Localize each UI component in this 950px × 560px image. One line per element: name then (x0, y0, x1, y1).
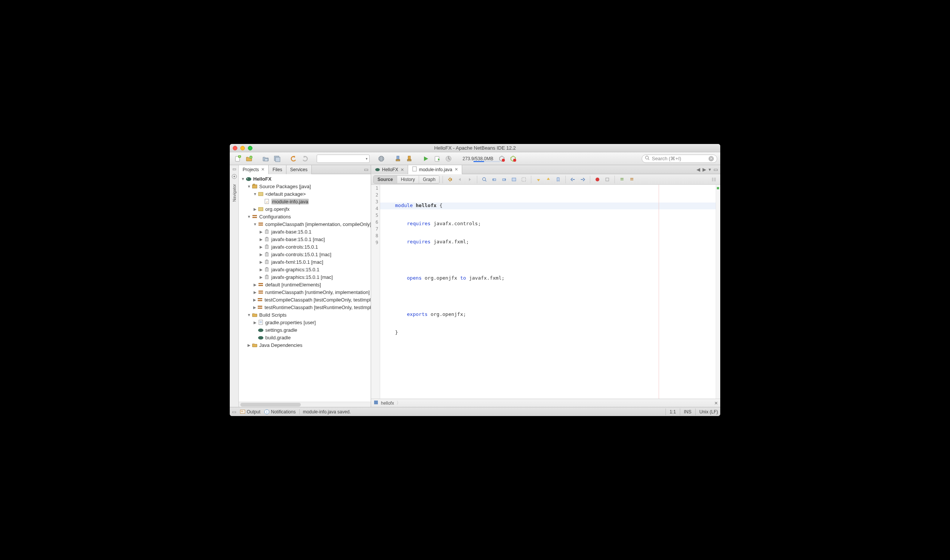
svg-rect-12 (407, 159, 411, 161)
svg-text:J: J (266, 201, 268, 203)
tab-list-dropdown-icon[interactable]: ▾ (709, 167, 711, 172)
close-tab-icon[interactable]: ✕ (455, 167, 458, 172)
toggle-rect-select-icon[interactable] (520, 175, 528, 184)
redo-button[interactable] (300, 154, 310, 164)
minimize-left-icon[interactable]: ▭ (364, 167, 368, 172)
tree-jar-5[interactable]: ▶javafx-graphics:15.0.1 (239, 266, 371, 273)
tree-java-dependencies[interactable]: ▶Java Dependencies (239, 341, 371, 349)
split-icon[interactable] (710, 175, 718, 184)
find-next-icon[interactable] (500, 175, 508, 184)
find-selection-icon[interactable] (480, 175, 489, 184)
new-file-button[interactable]: + (233, 154, 243, 164)
minimize-panel-icon[interactable]: ▭ (232, 167, 236, 172)
undo-button[interactable] (289, 154, 299, 164)
line-gutter[interactable]: 123456789 (371, 185, 380, 399)
tree-jar-1[interactable]: ▶javafx-base:15.0.1 [mac] (239, 235, 371, 243)
close-tab-icon[interactable]: ✕ (261, 167, 265, 172)
editor-tab-module-info[interactable]: module-info.java✕ (408, 165, 462, 174)
error-stripe[interactable] (716, 185, 720, 399)
maximize-editor-icon[interactable]: ▭ (713, 167, 718, 172)
open-project-button[interactable] (261, 154, 271, 164)
new-project-button[interactable]: + (244, 154, 254, 164)
tree-hscrollbar[interactable] (239, 402, 371, 407)
tree-test-runtime-classpath[interactable]: ▶testRuntimeClasspath [testRuntimeOnly, … (239, 303, 371, 311)
last-edit-icon[interactable] (446, 175, 454, 184)
scroll-tabs-right-icon[interactable]: ▶ (702, 167, 706, 172)
editor-tab-hellofx[interactable]: HelloFX✕ (371, 165, 408, 174)
editor-toolbar: Source History Graph (371, 174, 720, 185)
forward-icon[interactable] (466, 175, 474, 184)
tree-runtime-classpath[interactable]: ▶runtimeClasspath [runtimeOnly, implemen… (239, 288, 371, 296)
run-button[interactable] (421, 154, 431, 164)
save-all-button[interactable] (272, 154, 282, 164)
tree-jar-0[interactable]: ▶javafx-base:15.0.1 (239, 228, 371, 235)
navigator-rail-label[interactable]: Navigator (232, 184, 237, 202)
editor-tab-module-info-label: module-info.java (419, 167, 452, 172)
global-search[interactable]: Search (⌘+I) ✕ (642, 155, 717, 163)
tree-settings-gradle[interactable]: settings.gradle (239, 326, 371, 334)
svg-rect-25 (258, 192, 263, 196)
profiler-icon[interactable] (508, 154, 518, 164)
macro-record-icon[interactable] (593, 175, 602, 184)
breadcrumb-item[interactable]: hellofx (381, 401, 394, 406)
scroll-tabs-left-icon[interactable]: ◀ (696, 167, 700, 172)
pause-gc-icon[interactable] (497, 154, 507, 164)
tab-projects[interactable]: Projects✕ (239, 165, 269, 174)
tree-build-scripts[interactable]: ▼Build Scripts (239, 311, 371, 319)
build-button[interactable] (393, 154, 403, 164)
tree-default-runtime[interactable]: ▶default [runtimeElements] (239, 281, 371, 288)
macro-stop-icon[interactable] (603, 175, 611, 184)
config-dropdown[interactable] (317, 155, 370, 163)
output-button[interactable]: Output (240, 409, 260, 415)
tree-jar-2[interactable]: ▶javafx-controls:15.0.1 (239, 243, 371, 251)
prev-bookmark-icon[interactable] (534, 175, 543, 184)
tree-org-openjfx[interactable]: ▶org.openjfx (239, 205, 371, 213)
tree-build-gradle[interactable]: build.gradle (239, 334, 371, 341)
toggle-highlight-icon[interactable] (510, 175, 518, 184)
code-editor[interactable]: module hellofx { requires javafx.control… (380, 185, 716, 399)
tree-configurations[interactable]: ▼Configurations (239, 213, 371, 220)
breadcrumb-close-icon[interactable]: ✕ (714, 401, 718, 406)
tree-jar-3[interactable]: ▶javafx-controls:15.0.1 [mac] (239, 251, 371, 258)
tree-default-package[interactable]: ▼<default package> (239, 190, 371, 198)
tree-compile-classpath[interactable]: ▼compileClasspath [implementation, compi… (239, 220, 371, 228)
debug-button[interactable] (432, 154, 442, 164)
tree-source-packages[interactable]: ▼Source Packages [java] (239, 183, 371, 190)
tab-services[interactable]: Services (286, 165, 312, 174)
memory-indicator[interactable]: 273.9/538.0MB (460, 156, 495, 161)
notifications-button[interactable]: i Notifications (264, 409, 296, 415)
tab-files[interactable]: Files (269, 165, 286, 174)
expand-panel-icon[interactable]: ▭ (232, 409, 236, 415)
tree-gradle-properties[interactable]: ▶gradle.properties [user] (239, 319, 371, 326)
view-graph-button[interactable]: Graph (419, 176, 439, 183)
tree-jar-4[interactable]: ▶javafx-fxml:15.0.1 [mac] (239, 258, 371, 266)
toggle-bookmark-icon[interactable] (554, 175, 562, 184)
insert-mode[interactable]: INS (684, 409, 692, 415)
tree-project[interactable]: ▼HelloFX (239, 175, 371, 183)
find-prev-icon[interactable] (490, 175, 498, 184)
cursor-position[interactable]: 1:1 (670, 409, 676, 415)
clean-build-button[interactable] (404, 154, 414, 164)
shift-left-icon[interactable] (569, 175, 577, 184)
tree-module-info[interactable]: Jmodule-info.java (239, 198, 371, 205)
clear-search-icon[interactable]: ✕ (709, 156, 714, 161)
tree-jar-6-label: javafx-graphics:15.0.1 [mac] (271, 274, 333, 280)
next-bookmark-icon[interactable] (544, 175, 552, 184)
shift-right-icon[interactable] (579, 175, 587, 184)
uncomment-icon[interactable] (628, 175, 636, 184)
close-tab-icon[interactable]: ✕ (401, 167, 404, 172)
back-icon[interactable] (456, 175, 464, 184)
line-ending[interactable]: Unix (LF) (699, 409, 718, 415)
projects-tree[interactable]: ▼HelloFX ▼Source Packages [java] ▼<defau… (239, 174, 371, 402)
tree-jar-6[interactable]: ▶javafx-graphics:15.0.1 [mac] (239, 273, 371, 281)
tree-compile-classpath-label: compileClasspath [implementation, compil… (265, 221, 371, 227)
profile-button[interactable] (444, 154, 453, 164)
gradle-elephant-icon (246, 176, 252, 182)
browser-icon[interactable] (376, 154, 386, 164)
tree-jar-1-label: javafx-base:15.0.1 [mac] (271, 237, 325, 242)
navigator-target-icon[interactable] (232, 174, 237, 180)
view-history-button[interactable]: History (397, 176, 419, 183)
view-source-button[interactable]: Source (374, 176, 397, 183)
tree-test-compile-classpath[interactable]: ▶testCompileClasspath [testCompileOnly, … (239, 296, 371, 303)
comment-icon[interactable] (618, 175, 626, 184)
